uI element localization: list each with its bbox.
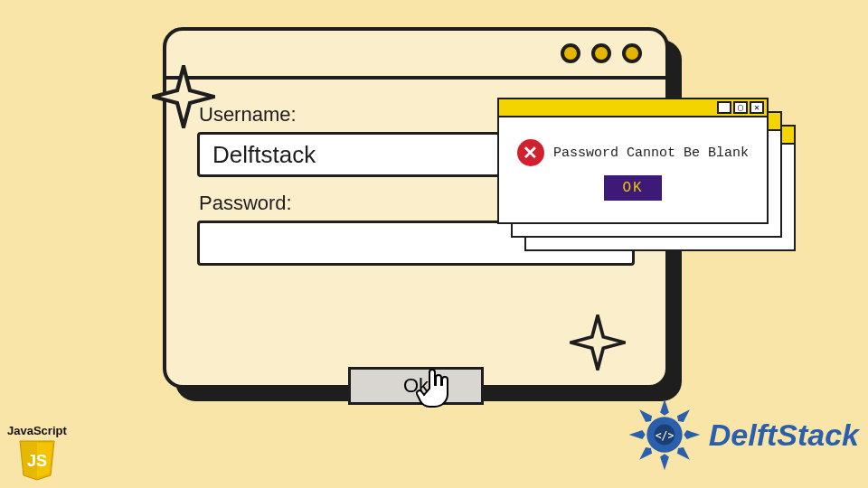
close-button[interactable]: ✕ <box>750 101 764 114</box>
cursor-hand-icon <box>416 367 454 410</box>
delftstack-label: DelftStack <box>709 418 859 453</box>
javascript-label: JavaScript <box>7 424 67 437</box>
js-shield-icon: JS <box>18 439 56 481</box>
popup-message: Password Cannot Be Blank <box>553 145 749 161</box>
window-titlebar <box>166 31 665 80</box>
error-icon: ✕ <box>517 139 544 166</box>
minimize-button[interactable]: _ <box>717 101 731 114</box>
titlebar-dot[interactable] <box>561 43 580 63</box>
delftstack-logo: </> DelftStack <box>627 398 859 472</box>
javascript-logo: JavaScript JS <box>7 424 67 481</box>
popup-body: ✕ Password Cannot Be Blank OK <box>499 117 767 222</box>
popup-ok-button[interactable]: OK <box>604 175 661 201</box>
error-popup: _ ▢ ✕ ✕ Password Cannot Be Blank OK <box>497 98 769 224</box>
error-popup-stack: _ ▢ ✕ ✕ Password Cannot Be Blank OK <box>497 98 796 247</box>
delftstack-medallion-icon: </> <box>627 398 702 472</box>
maximize-button[interactable]: ▢ <box>733 101 748 114</box>
titlebar-dot[interactable] <box>622 43 642 63</box>
sparkle-icon <box>152 65 215 128</box>
js-badge-text: JS <box>27 452 47 470</box>
sparkle-icon <box>570 314 626 371</box>
svg-text:</>: </> <box>655 429 674 442</box>
popup-titlebar[interactable]: _ ▢ ✕ <box>499 99 767 117</box>
titlebar-dot[interactable] <box>591 43 611 63</box>
popup-message-row: ✕ Password Cannot Be Blank <box>517 139 749 166</box>
